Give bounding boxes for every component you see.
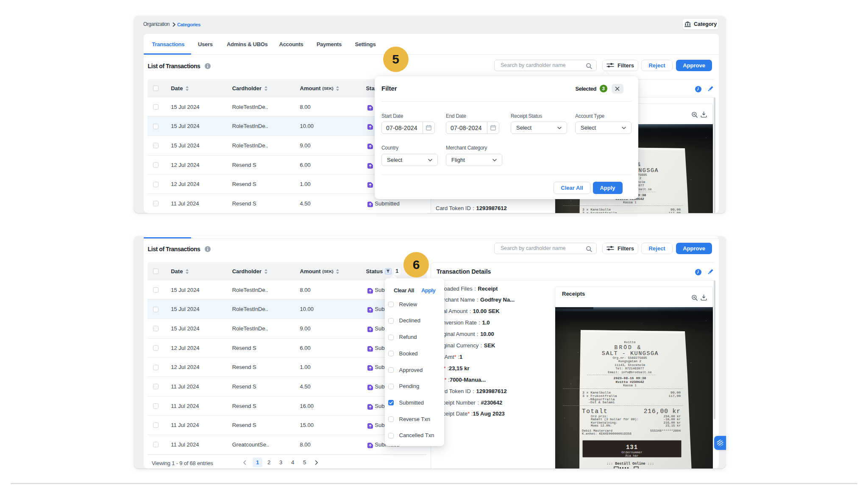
svg-text:11143, Stockholm: 11143, Stockholm [615, 363, 645, 367]
svg-text:Äta här: Äta här [625, 454, 639, 458]
svg-text:Tel: 0721463077: Tel: 0721463077 [615, 367, 644, 370]
svg-text:Totalt: Totalt [582, 408, 608, 415]
svg-text:117,00: 117,00 [668, 394, 681, 398]
svg-text:BRÖD &: BRÖD & [614, 344, 642, 351]
svg-text:3 x Frukostfralla: 3 x Frukostfralla [582, 211, 617, 213]
svg-text:Ordernummer: Ordernummer [621, 451, 643, 454]
svg-text:-Ost & Salami: -Ost & Salami [588, 400, 615, 404]
svg-text:Kvitto: Kvitto [624, 341, 636, 344]
svg-text:Org.nr: 5569275695: Org.nr: 5569275695 [612, 356, 647, 360]
svg-text:↓↓↓ Beställ Online ↓↓↓: ↓↓↓ Beställ Online ↓↓↓ [606, 462, 654, 466]
svg-text:Kassa 1: Kassa 1 [623, 384, 637, 387]
svg-text:Kassa 1: Kassa 1 [623, 201, 637, 204]
svg-text:Email: info@brodsalt.se: Email: info@brodsalt.se [608, 371, 652, 374]
svg-text:K.enhet: KEAXE000000019356: K.enhet: KEAXE000000019356 [582, 432, 632, 435]
svg-text:117,00: 117,00 [668, 211, 681, 213]
svg-text:131: 131 [626, 444, 638, 451]
svg-text:23,15 kr: 23,15 kr [665, 424, 681, 427]
svg-text:Kvitto #230642: Kvitto #230642 [615, 380, 644, 384]
svg-text:Kungsgatan 2: Kungsgatan 2 [618, 360, 641, 363]
svg-text:Moms 12.0%:: Moms 12.0%: [591, 424, 612, 427]
svg-text:216,00 kr: 216,00 kr [643, 408, 680, 415]
svg-text:555348******2804: 555348******2804 [650, 429, 681, 433]
